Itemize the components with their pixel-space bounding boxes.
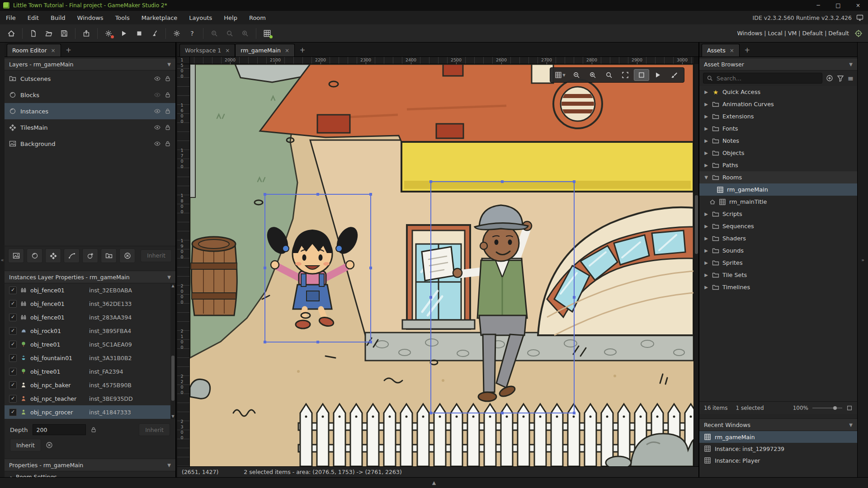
chevron-right-icon[interactable]: ▶	[703, 272, 709, 277]
new-project-button[interactable]	[26, 26, 41, 41]
lock-icon[interactable]	[165, 124, 171, 131]
grid-options-button[interactable]: ▼	[552, 69, 568, 81]
stop-button[interactable]	[132, 26, 147, 41]
layer-row-instances[interactable]: Instances	[5, 103, 175, 119]
menu-room[interactable]: Room	[243, 11, 272, 24]
room-canvas[interactable]: ▼	[190, 64, 693, 466]
create-executable-button[interactable]	[79, 26, 94, 41]
instance-checkbox[interactable]: ✓	[9, 327, 17, 335]
tree-item-scripts[interactable]: ▶ Scripts	[699, 208, 857, 220]
instance-row-selected[interactable]: ✓ obj_npc_grocer inst_41847333	[5, 405, 175, 419]
tab-rm-gamemain[interactable]: rm_gameMain ×	[235, 44, 295, 56]
fit-to-window-button[interactable]	[618, 69, 633, 81]
add-asset-layer-button[interactable]	[82, 249, 98, 263]
clean-button[interactable]	[147, 26, 162, 41]
search-input[interactable]	[716, 75, 819, 82]
scroll-down-icon[interactable]: ▼	[170, 414, 175, 418]
select-region-button[interactable]	[634, 69, 649, 81]
zoom-in-button[interactable]	[237, 26, 253, 41]
close-tab-icon[interactable]: ×	[225, 47, 230, 54]
instance-row[interactable]: ✓ obj_fence01 inst_32EB0ABA	[5, 283, 175, 297]
chevron-right-icon[interactable]: ▶	[703, 224, 709, 229]
zoom-out-button[interactable]	[207, 26, 222, 41]
instance-checkbox[interactable]: ✓	[9, 341, 17, 348]
instance-row[interactable]: ✓ obj_fence01 inst_362DE133	[5, 297, 175, 310]
open-project-button[interactable]	[41, 26, 57, 41]
search-box[interactable]	[703, 73, 822, 84]
instance-checkbox[interactable]: ✓	[9, 368, 17, 375]
menu-file[interactable]: File	[0, 11, 22, 24]
instance-checkbox[interactable]: ✓	[9, 395, 17, 403]
tab-assets[interactable]: Assets ×	[702, 44, 740, 56]
save-project-button[interactable]	[57, 26, 72, 41]
tree-item-tile-sets[interactable]: ▶ Tile Sets	[699, 269, 857, 281]
instance-checkbox[interactable]: ✓	[9, 286, 17, 294]
recent-windows-header[interactable]: Recent Windows ▼	[699, 418, 857, 431]
add-tab-button[interactable]: +	[63, 45, 74, 56]
zoom-reset-button[interactable]	[222, 26, 237, 41]
lock-icon[interactable]	[165, 141, 171, 147]
close-tab-icon[interactable]: ×	[285, 47, 289, 54]
tree-item-notes[interactable]: ▶ Notes	[699, 135, 857, 147]
filter-icon[interactable]	[837, 75, 844, 82]
depth-input[interactable]	[33, 424, 86, 435]
eye-icon[interactable]	[154, 108, 160, 114]
add-asset-icon[interactable]	[826, 75, 833, 82]
layers-inherit-button[interactable]: Inherit	[141, 249, 172, 262]
menu-hamburger-icon[interactable]: ≡	[848, 74, 854, 83]
canvas-zoom-out-button[interactable]	[569, 69, 584, 81]
canvas-vertical-scrollbar[interactable]	[693, 64, 698, 466]
depth-inherit-button[interactable]: Inherit	[139, 423, 170, 436]
run-target-button[interactable]	[101, 26, 116, 41]
instance-checkbox[interactable]: ✓	[9, 408, 17, 416]
layer-row-blocks[interactable]: Blocks	[5, 87, 175, 103]
lock-icon[interactable]	[165, 92, 171, 98]
tree-item-animation-curves[interactable]: ▶ Animation Curves	[699, 98, 857, 110]
preview-play-button[interactable]	[650, 69, 665, 81]
add-tab-button[interactable]: +	[742, 45, 753, 56]
chevron-right-icon[interactable]: ▶	[703, 285, 709, 290]
lock-icon[interactable]	[165, 75, 171, 82]
menu-windows[interactable]: Windows	[71, 11, 109, 24]
chevron-right-icon[interactable]: ▶	[703, 163, 709, 168]
tree-item-sequences[interactable]: ▶ Sequences	[699, 220, 857, 232]
chevron-right-icon[interactable]: ▶	[703, 89, 709, 94]
close-tab-icon[interactable]: ×	[51, 47, 56, 54]
maximize-button[interactable]: □	[828, 0, 848, 11]
cancel-circle-icon[interactable]	[46, 441, 53, 449]
canvas-zoom-reset-button[interactable]	[601, 69, 617, 81]
add-instance-layer-button[interactable]	[27, 249, 42, 263]
menu-tools[interactable]: Tools	[109, 11, 136, 24]
zoom-slider[interactable]	[812, 408, 842, 408]
add-layer-folder-button[interactable]	[101, 249, 117, 263]
instance-row[interactable]: ✓ obj_tree01 inst_FA2394	[5, 365, 175, 378]
eye-icon[interactable]	[154, 141, 160, 147]
asset-browser-header[interactable]: Asset Browser ▼	[699, 58, 857, 70]
instance-checkbox[interactable]: ✓	[9, 300, 17, 308]
recent-item-instance-12997239[interactable]: Instance: inst_12997239	[699, 443, 857, 455]
right-panel-collapse-handle[interactable]: »	[857, 42, 868, 477]
home-button[interactable]	[4, 26, 19, 41]
close-tab-icon[interactable]: ×	[730, 47, 734, 54]
eye-icon[interactable]	[154, 75, 160, 82]
menu-marketplace[interactable]: Marketplace	[136, 11, 184, 24]
add-background-layer-button[interactable]	[8, 249, 24, 263]
tree-item-sounds[interactable]: ▶ Sounds	[699, 244, 857, 257]
menu-edit[interactable]: Edit	[22, 11, 45, 24]
instances-properties-header[interactable]: Instances Layer Properties - rm_gameMain…	[5, 271, 175, 283]
chevron-right-icon[interactable]: ▶	[703, 150, 709, 155]
layer-inherit-button[interactable]: Inherit	[10, 439, 41, 451]
layer-row-tilesmain[interactable]: TilesMain	[5, 119, 175, 136]
instance-list-scrollbar[interactable]: ▲ ▼	[170, 283, 175, 419]
instance-row[interactable]: ✓ obj_npc_baker inst_4575B90B	[5, 378, 175, 392]
tab-room-editor[interactable]: Room Editor ×	[7, 44, 61, 56]
chevron-right-icon[interactable]: ▶	[703, 248, 709, 253]
tree-item-extensions[interactable]: ▶ Extensions	[699, 110, 857, 122]
tree-item-rm-maintitle[interactable]: rm_mainTitle	[699, 196, 857, 208]
expand-panel-icon[interactable]: ▲	[432, 480, 436, 486]
instance-row[interactable]: ✓ obj_rock01 inst_3895FBA4	[5, 324, 175, 338]
instance-checkbox[interactable]: ✓	[9, 314, 17, 321]
close-button[interactable]: ×	[848, 0, 868, 11]
instance-row[interactable]: ✓ obj_fountain01 inst_3A31B0B2	[5, 351, 175, 365]
paint-mode-button[interactable]	[666, 69, 682, 81]
